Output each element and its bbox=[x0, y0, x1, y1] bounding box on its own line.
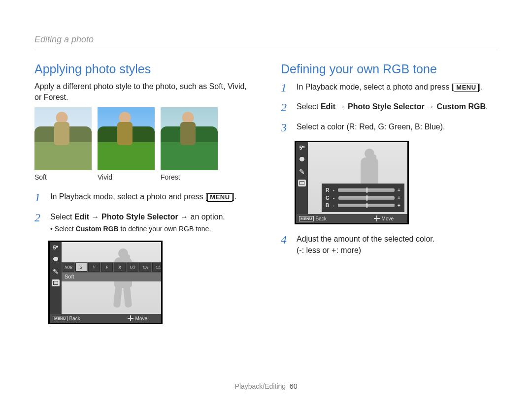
step-text: . bbox=[486, 102, 488, 111]
intro-text: Apply a different photo style to the pho… bbox=[34, 81, 251, 102]
section-title-rgb: Defining your own RGB tone bbox=[281, 62, 498, 76]
lcd-footer: MENU Back Move bbox=[50, 314, 161, 323]
breadcrumb: Editing a photo bbox=[34, 34, 498, 48]
arrow-icon: → bbox=[178, 213, 191, 221]
menu-badge: MENU bbox=[454, 84, 478, 92]
steps-left: 1 In Playback mode, select a photo and p… bbox=[34, 191, 251, 234]
style-chip: R bbox=[114, 263, 126, 272]
style-thumbnails bbox=[34, 107, 251, 170]
step-number: 1 bbox=[281, 81, 291, 94]
mic-icon bbox=[51, 256, 60, 264]
style-chip: CO bbox=[127, 263, 138, 272]
rgb-row-g: G - + bbox=[326, 195, 400, 201]
lcd-left-iconbar bbox=[50, 242, 62, 323]
mic-icon bbox=[298, 156, 306, 164]
step-4-right: 4 Adjust the amount of the selected colo… bbox=[281, 233, 498, 256]
step-number: 2 bbox=[34, 211, 44, 234]
footer-page-number: 60 bbox=[290, 382, 298, 390]
thumb-label-forest: Forest bbox=[161, 173, 218, 181]
slider-bar bbox=[338, 204, 395, 207]
bold-pss: Photo Style Selector bbox=[101, 213, 178, 221]
bold-edit: Edit bbox=[321, 102, 335, 111]
arrow-icon: → bbox=[335, 102, 348, 111]
thumb-forest bbox=[161, 107, 218, 170]
minus-icon: - bbox=[332, 187, 335, 193]
step-1-right: 1 In Playback mode, select a photo and p… bbox=[281, 81, 498, 94]
style-chip-strip: NOR S V F R CO CA CL bbox=[62, 262, 161, 273]
sub-bullet: Select Custom RGB to define your own RGB… bbox=[50, 224, 251, 234]
rgb-row-r: R - + bbox=[326, 187, 400, 193]
step-body: Select Edit → Photo Style Selector → Cus… bbox=[297, 101, 498, 114]
step-body: Adjust the amount of the selected color.… bbox=[297, 233, 498, 256]
step-text: ]. bbox=[233, 192, 237, 201]
rgb-label: B bbox=[326, 203, 329, 208]
sub-text: Select bbox=[55, 225, 76, 233]
style-chip-selected: S bbox=[75, 263, 87, 272]
step-body: In Playback mode, select a photo and pre… bbox=[297, 81, 498, 94]
lcd-scene bbox=[62, 242, 161, 323]
pencil-icon bbox=[51, 268, 60, 276]
back-label: Back bbox=[316, 216, 327, 221]
right-column: Defining your own RGB tone 1 In Playback… bbox=[281, 62, 498, 324]
move-label: Move bbox=[135, 316, 147, 321]
steps-right-cont: 4 Adjust the amount of the selected colo… bbox=[281, 233, 498, 256]
style-label: Soft bbox=[62, 273, 161, 281]
step-2-right: 2 Select Edit → Photo Style Selector → C… bbox=[281, 101, 498, 114]
steps-right: 1 In Playback mode, select a photo and p… bbox=[281, 81, 498, 134]
rgb-row-b: B - + bbox=[326, 203, 400, 208]
rgb-slider-panel: R - + G - + B - + bbox=[322, 184, 404, 212]
bold-edit: Edit bbox=[74, 213, 89, 221]
step-body: In Playback mode, select a photo and pre… bbox=[50, 191, 251, 204]
thumb-label-soft: Soft bbox=[34, 173, 92, 181]
pencil-icon bbox=[298, 168, 306, 176]
style-chip: V bbox=[88, 263, 100, 272]
step-number: 3 bbox=[281, 121, 291, 134]
footer-section: Playback/Editing bbox=[235, 382, 286, 390]
menu-icon: MENU bbox=[53, 316, 67, 321]
style-chip: CL bbox=[152, 263, 163, 272]
thumb-label-vivid: Vivid bbox=[98, 173, 155, 181]
step-text: an option. bbox=[191, 213, 225, 221]
slider-bar bbox=[338, 188, 395, 192]
page-footer: Playback/Editing 60 bbox=[0, 382, 532, 390]
card-icon bbox=[298, 180, 306, 186]
rgb-label: G bbox=[326, 195, 330, 201]
manual-page: Editing a photo Applying photo styles Ap… bbox=[0, 0, 532, 401]
step-number: 1 bbox=[34, 191, 44, 204]
bold-custom-rgb: Custom RGB bbox=[76, 225, 119, 233]
bold-custom-rgb: Custom RGB bbox=[437, 102, 486, 111]
step-text: Adjust the amount of the selected color. bbox=[297, 235, 434, 243]
left-column: Applying photo styles Apply a different … bbox=[34, 62, 251, 324]
step-text: ]. bbox=[479, 83, 483, 91]
move-label: Move bbox=[382, 216, 394, 221]
plus-icon: + bbox=[398, 203, 400, 208]
step-1-left: 1 In Playback mode, select a photo and p… bbox=[34, 191, 251, 204]
thumb-vivid bbox=[98, 107, 155, 170]
minus-icon: - bbox=[332, 203, 335, 208]
style-chip: NOR bbox=[63, 263, 74, 272]
slider-bar bbox=[338, 196, 395, 200]
size-icon bbox=[298, 144, 306, 152]
thumb-labels: Soft Vivid Forest bbox=[34, 173, 251, 181]
menu-icon: MENU bbox=[299, 216, 314, 221]
step-text: Select bbox=[297, 102, 321, 111]
rgb-label: R bbox=[326, 187, 329, 193]
step-body: Select Edit → Photo Style Selector → an … bbox=[50, 211, 251, 234]
step-3-right: 3 Select a color (R: Red, G: Green, B: B… bbox=[281, 121, 498, 134]
arrow-icon: → bbox=[425, 102, 437, 111]
step-text: In Playback mode, select a photo and pre… bbox=[50, 192, 207, 201]
style-chip: F bbox=[101, 263, 113, 272]
lcd-footer: MENU Back Move bbox=[296, 214, 407, 223]
size-icon bbox=[51, 244, 60, 252]
back-label: Back bbox=[69, 316, 80, 321]
navigate-icon bbox=[128, 315, 133, 321]
plus-icon: + bbox=[398, 187, 400, 193]
plus-icon: + bbox=[398, 195, 400, 201]
card-icon bbox=[52, 279, 60, 286]
two-column-layout: Applying photo styles Apply a different … bbox=[34, 62, 498, 324]
bold-pss: Photo Style Selector bbox=[348, 102, 425, 111]
minus-icon: - bbox=[332, 195, 335, 201]
sub-text: to define your own RGB tone. bbox=[119, 225, 211, 233]
camera-lcd-rgb: R - + G - + B - + bbox=[295, 141, 409, 224]
navigate-icon bbox=[374, 216, 380, 221]
